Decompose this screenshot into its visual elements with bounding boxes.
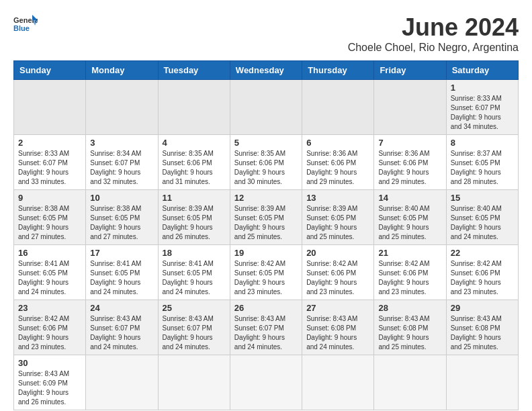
calendar-day-cell: 18Sunrise: 8:41 AM Sunset: 6:05 PM Dayli…	[158, 245, 230, 300]
calendar-day-cell: 9Sunrise: 8:38 AM Sunset: 6:05 PM Daylig…	[14, 190, 86, 245]
day-number: 24	[90, 303, 153, 313]
day-info: Sunrise: 8:39 AM Sunset: 6:05 PM Dayligh…	[306, 204, 369, 242]
calendar-day-cell	[158, 80, 230, 135]
day-number: 23	[18, 303, 81, 313]
calendar-day-cell: 19Sunrise: 8:42 AM Sunset: 6:05 PM Dayli…	[230, 245, 302, 300]
day-info: Sunrise: 8:43 AM Sunset: 6:08 PM Dayligh…	[306, 314, 369, 352]
day-number: 11	[163, 193, 226, 203]
day-number: 20	[306, 248, 369, 258]
calendar-day-cell: 4Sunrise: 8:35 AM Sunset: 6:06 PM Daylig…	[158, 135, 230, 190]
calendar-day-cell: 13Sunrise: 8:39 AM Sunset: 6:05 PM Dayli…	[302, 190, 374, 245]
day-info: Sunrise: 8:37 AM Sunset: 6:05 PM Dayligh…	[451, 149, 514, 187]
calendar-day-cell	[86, 80, 158, 135]
day-info: Sunrise: 8:38 AM Sunset: 6:05 PM Dayligh…	[90, 204, 153, 242]
title-section: June 2024 Choele Choel, Rio Negro, Argen…	[348, 13, 519, 54]
day-number: 22	[451, 248, 514, 258]
calendar-day-cell	[230, 80, 302, 135]
day-info: Sunrise: 8:41 AM Sunset: 6:05 PM Dayligh…	[18, 259, 81, 297]
day-number: 16	[18, 248, 81, 258]
calendar-day-cell	[374, 80, 446, 135]
weekday-header-tuesday: Tuesday	[158, 61, 230, 80]
day-info: Sunrise: 8:42 AM Sunset: 6:06 PM Dayligh…	[451, 259, 514, 297]
calendar-day-cell: 24Sunrise: 8:43 AM Sunset: 6:07 PM Dayli…	[86, 300, 158, 355]
day-info: Sunrise: 8:34 AM Sunset: 6:07 PM Dayligh…	[90, 149, 153, 187]
weekday-header-sunday: Sunday	[14, 61, 86, 80]
calendar-day-cell: 7Sunrise: 8:36 AM Sunset: 6:06 PM Daylig…	[374, 135, 446, 190]
calendar-week-row: 2Sunrise: 8:33 AM Sunset: 6:07 PM Daylig…	[14, 135, 519, 190]
calendar-day-cell	[158, 355, 230, 410]
calendar-day-cell: 14Sunrise: 8:40 AM Sunset: 6:05 PM Dayli…	[374, 190, 446, 245]
calendar-week-row: 9Sunrise: 8:38 AM Sunset: 6:05 PM Daylig…	[14, 190, 519, 245]
calendar-day-cell: 30Sunrise: 8:43 AM Sunset: 6:09 PM Dayli…	[14, 355, 86, 410]
calendar-day-cell: 12Sunrise: 8:39 AM Sunset: 6:05 PM Dayli…	[230, 190, 302, 245]
calendar-day-cell: 23Sunrise: 8:42 AM Sunset: 6:06 PM Dayli…	[14, 300, 86, 355]
calendar-day-cell: 15Sunrise: 8:40 AM Sunset: 6:05 PM Dayli…	[446, 190, 518, 245]
calendar-week-row: 1Sunrise: 8:33 AM Sunset: 6:07 PM Daylig…	[14, 80, 519, 135]
calendar-day-cell: 5Sunrise: 8:35 AM Sunset: 6:06 PM Daylig…	[230, 135, 302, 190]
day-number: 5	[234, 138, 298, 148]
day-info: Sunrise: 8:42 AM Sunset: 6:06 PM Dayligh…	[306, 259, 369, 297]
weekday-header-row: SundayMondayTuesdayWednesdayThursdayFrid…	[14, 61, 519, 80]
day-info: Sunrise: 8:38 AM Sunset: 6:05 PM Dayligh…	[18, 204, 81, 242]
day-number: 10	[90, 193, 153, 203]
calendar-day-cell: 6Sunrise: 8:36 AM Sunset: 6:06 PM Daylig…	[302, 135, 374, 190]
calendar-day-cell	[374, 355, 446, 410]
day-info: Sunrise: 8:43 AM Sunset: 6:07 PM Dayligh…	[234, 314, 298, 352]
calendar-day-cell	[446, 355, 518, 410]
day-info: Sunrise: 8:33 AM Sunset: 6:07 PM Dayligh…	[18, 149, 81, 187]
page-header: General Blue June 2024 Choele Choel, Rio…	[13, 13, 519, 54]
weekday-header-friday: Friday	[374, 61, 446, 80]
day-info: Sunrise: 8:41 AM Sunset: 6:05 PM Dayligh…	[163, 259, 226, 297]
day-number: 9	[18, 193, 81, 203]
day-info: Sunrise: 8:41 AM Sunset: 6:05 PM Dayligh…	[90, 259, 153, 297]
calendar-subtitle: Choele Choel, Rio Negro, Argentina	[348, 42, 519, 54]
calendar-day-cell: 29Sunrise: 8:43 AM Sunset: 6:08 PM Dayli…	[446, 300, 518, 355]
calendar-day-cell: 20Sunrise: 8:42 AM Sunset: 6:06 PM Dayli…	[302, 245, 374, 300]
calendar-day-cell	[302, 80, 374, 135]
calendar-day-cell	[86, 355, 158, 410]
weekday-header-thursday: Thursday	[302, 61, 374, 80]
calendar-day-cell: 17Sunrise: 8:41 AM Sunset: 6:05 PM Dayli…	[86, 245, 158, 300]
day-number: 25	[163, 303, 226, 313]
calendar-day-cell: 10Sunrise: 8:38 AM Sunset: 6:05 PM Dayli…	[86, 190, 158, 245]
day-number: 15	[451, 193, 514, 203]
day-number: 30	[18, 358, 81, 368]
day-info: Sunrise: 8:40 AM Sunset: 6:05 PM Dayligh…	[378, 204, 441, 242]
calendar-day-cell: 26Sunrise: 8:43 AM Sunset: 6:07 PM Dayli…	[230, 300, 302, 355]
weekday-header-saturday: Saturday	[446, 61, 518, 80]
day-info: Sunrise: 8:42 AM Sunset: 6:06 PM Dayligh…	[18, 314, 81, 352]
day-info: Sunrise: 8:42 AM Sunset: 6:05 PM Dayligh…	[234, 259, 298, 297]
day-number: 18	[163, 248, 226, 258]
day-number: 6	[306, 138, 369, 148]
day-info: Sunrise: 8:43 AM Sunset: 6:07 PM Dayligh…	[90, 314, 153, 352]
day-number: 21	[378, 248, 441, 258]
calendar-day-cell: 21Sunrise: 8:42 AM Sunset: 6:06 PM Dayli…	[374, 245, 446, 300]
day-number: 4	[163, 138, 226, 148]
calendar-week-row: 16Sunrise: 8:41 AM Sunset: 6:05 PM Dayli…	[14, 245, 519, 300]
day-info: Sunrise: 8:39 AM Sunset: 6:05 PM Dayligh…	[234, 204, 298, 242]
day-number: 2	[18, 138, 81, 148]
calendar-week-row: 23Sunrise: 8:42 AM Sunset: 6:06 PM Dayli…	[14, 300, 519, 355]
day-info: Sunrise: 8:33 AM Sunset: 6:07 PM Dayligh…	[451, 94, 514, 132]
calendar-week-row: 30Sunrise: 8:43 AM Sunset: 6:09 PM Dayli…	[14, 355, 519, 410]
calendar-day-cell: 27Sunrise: 8:43 AM Sunset: 6:08 PM Dayli…	[302, 300, 374, 355]
calendar-day-cell: 22Sunrise: 8:42 AM Sunset: 6:06 PM Dayli…	[446, 245, 518, 300]
calendar-day-cell: 16Sunrise: 8:41 AM Sunset: 6:05 PM Dayli…	[14, 245, 86, 300]
day-info: Sunrise: 8:36 AM Sunset: 6:06 PM Dayligh…	[378, 149, 441, 187]
day-number: 8	[451, 138, 514, 148]
day-number: 14	[378, 193, 441, 203]
logo: General Blue	[13, 13, 38, 32]
day-number: 27	[306, 303, 369, 313]
calendar-day-cell: 3Sunrise: 8:34 AM Sunset: 6:07 PM Daylig…	[86, 135, 158, 190]
calendar-table: SundayMondayTuesdayWednesdayThursdayFrid…	[13, 60, 519, 410]
day-number: 13	[306, 193, 369, 203]
day-info: Sunrise: 8:35 AM Sunset: 6:06 PM Dayligh…	[163, 149, 226, 187]
day-number: 12	[234, 193, 298, 203]
weekday-header-wednesday: Wednesday	[230, 61, 302, 80]
day-info: Sunrise: 8:42 AM Sunset: 6:06 PM Dayligh…	[378, 259, 441, 297]
day-number: 17	[90, 248, 153, 258]
calendar-day-cell	[230, 355, 302, 410]
day-number: 29	[451, 303, 514, 313]
day-number: 19	[234, 248, 298, 258]
day-number: 7	[378, 138, 441, 148]
